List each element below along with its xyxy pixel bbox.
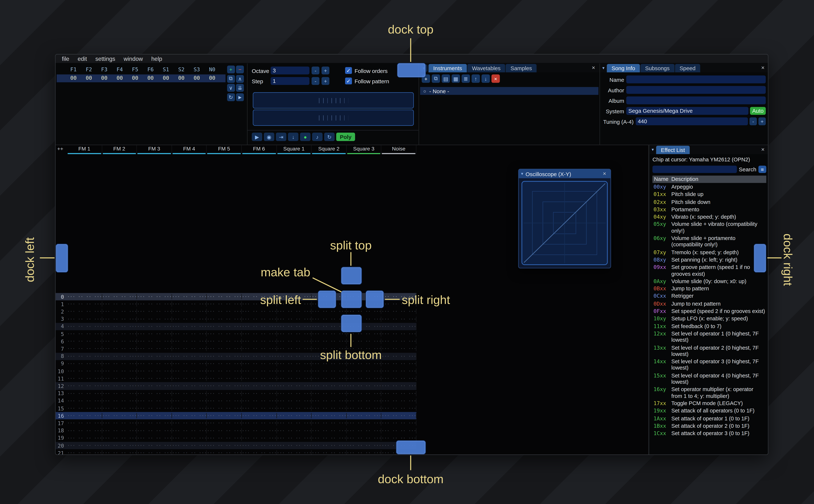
tuning-decrease-button[interactable]: -	[750, 117, 757, 125]
effect-row-02xx[interactable]: 02xxPitch slide down	[653, 198, 766, 206]
pattern-cell[interactable]: ··· ·· ·· ···	[102, 383, 137, 389]
pattern-cell[interactable]: ··· ·· ·· ···	[381, 398, 417, 403]
pattern-cell[interactable]: ··· ·· ·· ···	[137, 435, 172, 441]
effect-row-19xx[interactable]: 19xxSet attack of all operators (0 to 1F…	[653, 407, 766, 415]
order-cell[interactable]: 00	[147, 75, 163, 81]
pattern-cell[interactable]: ··· ·· ·· ···	[312, 398, 346, 403]
pattern-cell[interactable]: ··· ·· ·· ···	[67, 435, 102, 441]
pattern-cell[interactable]: ··· ·· ·· ···	[346, 421, 381, 426]
pattern-cell[interactable]: ··· ·· ·· ···	[277, 339, 311, 344]
pattern-cell[interactable]: ··· ·· ·· ···	[312, 406, 346, 411]
pattern-cell[interactable]: ··· ·· ·· ···	[207, 369, 242, 374]
pattern-cell[interactable]: ··· ·· ·· ···	[67, 309, 102, 314]
pattern-cell[interactable]: ··· ·· ·· ···	[137, 413, 172, 418]
pattern-cell[interactable]: ··· ·· ·· ···	[172, 391, 207, 396]
effect-row-04xy[interactable]: 04xyVibrato (x: speed; y: depth)	[653, 214, 766, 221]
pattern-cell[interactable]: ··· ·· ·· ···	[242, 406, 277, 411]
pattern-cell[interactable]: ··· ·· ·· ···	[242, 316, 277, 322]
pattern-cell[interactable]: ··· ·· ·· ···	[277, 324, 311, 329]
pattern-cell[interactable]: ··· ·· ·· ···	[207, 376, 242, 381]
effect-row-01xx[interactable]: 01xxPitch slide up	[653, 191, 766, 199]
pattern-cell[interactable]: ··· ·· ·· ···	[381, 421, 417, 426]
order-cell[interactable]: 00	[70, 75, 86, 81]
channel-header-fm-5[interactable]: FM 5	[207, 145, 242, 154]
effect-row-09xx[interactable]: 09xxSet groove pattern (speed 1 if no gr…	[653, 264, 766, 278]
pattern-cell[interactable]: ··· ·· ·· ···	[67, 361, 102, 366]
pattern-cell[interactable]: ··· ·· ·· ···	[242, 398, 277, 403]
input-system[interactable]: Sega Genesis/Mega Drive	[626, 107, 748, 115]
step-input[interactable]: 1	[270, 77, 309, 85]
order-edit-mode-button[interactable]: ►	[236, 93, 244, 101]
pattern-cell[interactable]: ··· ·· ·· ···	[381, 435, 417, 441]
pattern-cell[interactable]: ··· ·· ·· ···	[172, 428, 207, 433]
move-instrument-down-button[interactable]: ↓	[482, 74, 490, 83]
instruments-close-icon[interactable]: ×	[590, 64, 597, 71]
pattern-cell[interactable]: ··· ·· ·· ···	[242, 421, 277, 426]
pattern-cell[interactable]: ··· ·· ·· ···	[137, 302, 172, 307]
pattern-cell[interactable]: ··· ·· ·· ···	[172, 339, 207, 344]
pattern-cell[interactable]: ··· ·· ·· ···	[277, 406, 311, 411]
pattern-cell[interactable]: ··· ·· ·· ···	[137, 294, 172, 299]
effect-row-0Bxx[interactable]: 0BxxJump to pattern	[653, 285, 766, 293]
pattern-cell[interactable]: ··· ·· ·· ···	[137, 339, 172, 344]
pattern-cell[interactable]: ··· ·· ·· ···	[207, 428, 242, 433]
pattern-cell[interactable]: ··· ·· ·· ···	[137, 391, 172, 396]
pattern-cell[interactable]: ··· ·· ·· ···	[137, 421, 172, 426]
pattern-cell[interactable]: ··· ·· ·· ···	[207, 354, 242, 359]
pattern-cell[interactable]: ··· ·· ·· ···	[67, 331, 102, 337]
menu-file[interactable]: file	[58, 54, 74, 63]
pattern-cell[interactable]: ··· ·· ·· ···	[102, 443, 137, 448]
order-cell[interactable]: 00	[132, 75, 147, 81]
pattern-cell[interactable]: ··· ·· ·· ···	[346, 309, 381, 314]
pattern-cell[interactable]: ··· ·· ·· ···	[312, 413, 346, 418]
pattern-cell[interactable]: ··· ·· ·· ···	[67, 406, 102, 411]
pattern-cell[interactable]: ··· ·· ·· ···	[207, 450, 242, 455]
pattern-cell[interactable]: ··· ·· ·· ···	[172, 361, 207, 366]
follow-pattern-checkbox[interactable]: ✓	[345, 78, 352, 84]
pattern-cell[interactable]: ··· ·· ·· ···	[242, 391, 277, 396]
pattern-cell[interactable]: ··· ·· ·· ···	[102, 376, 137, 381]
pattern-cell[interactable]: ··· ·· ·· ···	[172, 406, 207, 411]
pattern-cell[interactable]: ··· ·· ·· ···	[346, 413, 381, 418]
order-cell[interactable]: 00	[86, 75, 101, 81]
pattern-cell[interactable]: ··· ·· ·· ···	[346, 450, 381, 455]
repeat-pattern-button[interactable]: ↻	[324, 133, 334, 141]
move-cursor-down-button[interactable]: ↓	[288, 133, 298, 141]
effect-row-13xx[interactable]: 13xxSet level of operator 2 (0 highest, …	[653, 344, 766, 358]
auto-detect-button[interactable]: Auto	[750, 107, 766, 115]
tab-samples[interactable]: Samples	[506, 64, 537, 72]
split-bottom-target[interactable]	[341, 314, 362, 332]
effect-row-16xy[interactable]: 16xySet operator multiplier (x: operator…	[653, 386, 766, 400]
channel-header-fm-3[interactable]: FM 3	[137, 145, 172, 154]
collapse-triangle-icon[interactable]: ▼	[649, 146, 656, 154]
pattern-cell[interactable]: ··· ·· ·· ···	[102, 413, 137, 418]
pattern-cell[interactable]: ··· ·· ·· ···	[381, 413, 417, 418]
pattern-cell[interactable]: ··· ·· ·· ···	[346, 383, 381, 389]
pattern-cell[interactable]: ··· ·· ·· ···	[207, 302, 242, 307]
pattern-cell[interactable]: ··· ·· ·· ···	[172, 309, 207, 314]
pattern-cell[interactable]: ··· ·· ·· ···	[381, 391, 417, 396]
pattern-cell[interactable]: ··· ·· ·· ···	[172, 413, 207, 418]
oscilloscope-title-bar[interactable]: ▼ Oscilloscope (X-Y) ×	[519, 169, 611, 178]
tab-song-info[interactable]: Song Info	[607, 64, 640, 72]
tab-wavetables[interactable]: Wavetables	[467, 64, 505, 72]
duplicate-order-button[interactable]: ⧉	[227, 75, 235, 83]
pattern-cell[interactable]: ··· ·· ·· ···	[172, 302, 207, 307]
pattern-cell[interactable]: ··· ·· ·· ···	[277, 391, 311, 396]
pattern-cell[interactable]: ··· ·· ·· ···	[277, 435, 311, 441]
pattern-cell[interactable]: ··· ·· ·· ···	[67, 324, 102, 329]
pattern-cell[interactable]: ··· ·· ·· ···	[381, 339, 417, 344]
order-cell[interactable]: 00	[209, 75, 224, 81]
pattern-cell[interactable]: ··· ·· ·· ···	[346, 406, 381, 411]
pattern-cell[interactable]: ··· ·· ·· ···	[102, 435, 137, 441]
step-increase-button[interactable]: +	[321, 77, 329, 85]
effect-row-11xx[interactable]: 11xxSet feedback (0 to 7)	[653, 323, 766, 330]
menu-help[interactable]: help	[147, 54, 166, 63]
pattern-cell[interactable]: ··· ·· ·· ···	[312, 435, 346, 441]
pattern-cell[interactable]: ··· ·· ·· ···	[207, 309, 242, 314]
collapse-triangle-icon[interactable]: ▼	[600, 64, 607, 72]
tab-instruments[interactable]: Instruments	[429, 64, 467, 72]
pattern-cell[interactable]: ··· ·· ·· ···	[207, 391, 242, 396]
orders-selected-row[interactable]: 00000000000000000000	[57, 74, 225, 82]
instrument-organize-button[interactable]: ≣	[462, 74, 470, 83]
